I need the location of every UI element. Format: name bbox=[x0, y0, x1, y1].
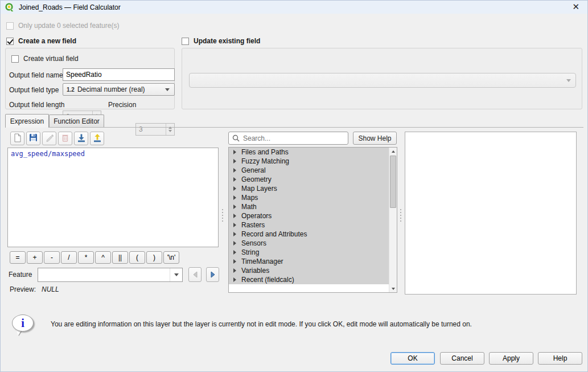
operator-button[interactable]: + bbox=[27, 251, 43, 264]
scroll-down-icon[interactable] bbox=[389, 285, 397, 292]
function-group-label: Recent (fieldcalc) bbox=[241, 276, 294, 284]
operator-button[interactable]: || bbox=[112, 251, 128, 264]
expression-text: avg_speed/maxspeed bbox=[11, 150, 215, 158]
function-group-row[interactable]: Rasters bbox=[229, 220, 389, 230]
window-title: Joined_Roads — Field Calculator bbox=[19, 3, 121, 11]
precision-label: Precision bbox=[108, 101, 136, 109]
apply-button[interactable]: Apply bbox=[489, 352, 533, 365]
checkbox-box[interactable] bbox=[6, 38, 14, 45]
operator-button[interactable]: = bbox=[10, 251, 26, 264]
qgis-logo-icon bbox=[5, 3, 14, 12]
checkbox-box[interactable] bbox=[182, 38, 189, 45]
create-new-field-checkbox[interactable]: Create a new field bbox=[6, 37, 76, 45]
expand-triangle-icon[interactable] bbox=[233, 168, 236, 173]
function-group-label: Math bbox=[241, 203, 257, 211]
create-virtual-field-label: Create virtual field bbox=[23, 55, 79, 63]
save-expression-button[interactable] bbox=[26, 132, 40, 145]
function-group-row[interactable]: Record and Attributes bbox=[229, 230, 389, 239]
import-expression-button[interactable] bbox=[74, 132, 88, 145]
info-bubble-icon: i bbox=[12, 314, 35, 333]
new-expression-button[interactable] bbox=[10, 132, 24, 145]
expand-triangle-icon[interactable] bbox=[233, 186, 236, 191]
function-list-scrollbar[interactable] bbox=[389, 148, 397, 292]
show-help-button[interactable]: Show Help bbox=[353, 132, 397, 145]
function-group-row[interactable]: General bbox=[229, 166, 389, 175]
expand-triangle-icon[interactable] bbox=[233, 250, 236, 255]
feature-input[interactable] bbox=[38, 268, 168, 281]
expand-triangle-icon[interactable] bbox=[233, 277, 236, 282]
tab-separator bbox=[5, 127, 583, 128]
operator-button[interactable]: - bbox=[44, 251, 60, 264]
function-group-row[interactable]: Files and Paths bbox=[229, 148, 389, 157]
function-group-row[interactable]: String bbox=[229, 248, 389, 257]
close-icon[interactable]: ✕ bbox=[572, 2, 579, 12]
chevron-down-icon[interactable] bbox=[170, 268, 182, 281]
function-group-row[interactable]: Recent (fieldcalc) bbox=[229, 275, 389, 284]
operator-button[interactable]: ) bbox=[146, 251, 162, 264]
trash-icon bbox=[61, 134, 69, 144]
ok-button[interactable]: OK bbox=[390, 352, 435, 365]
function-group-row[interactable]: TimeManager bbox=[229, 257, 389, 266]
checkbox-box[interactable] bbox=[11, 55, 19, 63]
expand-triangle-icon[interactable] bbox=[233, 177, 236, 182]
search-icon bbox=[232, 134, 240, 142]
help-button[interactable]: Help bbox=[538, 352, 582, 365]
expression-editor[interactable]: avg_speed/maxspeed bbox=[7, 148, 219, 247]
feature-label: Feature bbox=[9, 271, 32, 279]
expand-triangle-icon[interactable] bbox=[233, 223, 236, 227]
function-group-label: Rasters bbox=[241, 221, 265, 229]
export-expression-button[interactable] bbox=[90, 132, 104, 145]
function-search[interactable] bbox=[228, 132, 348, 145]
create-virtual-field-checkbox[interactable]: Create virtual field bbox=[11, 55, 79, 63]
update-existing-field-checkbox[interactable]: Update existing field bbox=[182, 37, 260, 45]
expand-triangle-icon[interactable] bbox=[233, 241, 236, 246]
operator-button[interactable]: ^ bbox=[95, 251, 111, 264]
scrollbar-thumb[interactable] bbox=[390, 156, 396, 208]
operator-button[interactable]: ( bbox=[129, 251, 145, 264]
function-group-row[interactable]: Math bbox=[229, 202, 389, 211]
function-group-row[interactable]: Fuzzy Matching bbox=[229, 157, 389, 166]
expand-triangle-icon[interactable] bbox=[233, 214, 236, 218]
splitter-handle[interactable] bbox=[400, 209, 402, 222]
tab-function-editor[interactable]: Function Editor bbox=[49, 115, 104, 127]
expand-triangle-icon[interactable] bbox=[233, 195, 236, 200]
save-icon bbox=[29, 133, 38, 144]
feature-dropdown[interactable] bbox=[38, 268, 183, 282]
cancel-button[interactable]: Cancel bbox=[440, 352, 484, 365]
field-calculator-dialog: Joined_Roads — Field Calculator ✕ Only u… bbox=[0, 0, 588, 372]
expand-triangle-icon[interactable] bbox=[233, 205, 236, 209]
chevron-down-icon bbox=[566, 79, 571, 82]
expand-triangle-icon[interactable] bbox=[233, 259, 236, 264]
expand-triangle-icon[interactable] bbox=[233, 159, 236, 163]
function-group-label: General bbox=[241, 166, 266, 174]
function-group-label: TimeManager bbox=[241, 257, 283, 265]
output-field-type-value: Decimal number (real) bbox=[77, 85, 145, 93]
operator-button[interactable]: '\n' bbox=[163, 251, 179, 264]
export-up-arrow-icon bbox=[93, 133, 102, 144]
next-feature-button[interactable] bbox=[206, 267, 219, 282]
operator-button[interactable]: * bbox=[78, 251, 94, 264]
expand-triangle-icon[interactable] bbox=[233, 150, 236, 154]
only-update-checkbox: Only update 0 selected feature(s) bbox=[6, 22, 119, 30]
function-help-panel bbox=[405, 132, 577, 295]
output-field-name-input[interactable] bbox=[63, 68, 175, 81]
expand-triangle-icon[interactable] bbox=[233, 268, 236, 273]
search-input[interactable] bbox=[243, 134, 344, 142]
function-group-row[interactable]: Map Layers bbox=[229, 184, 389, 193]
new-field-groupbox: Create virtual field Output field name O… bbox=[5, 48, 175, 109]
function-group-label: Fuzzy Matching bbox=[241, 157, 289, 165]
function-group-row[interactable]: Maps bbox=[229, 193, 389, 202]
function-group-row[interactable]: Geometry bbox=[229, 175, 389, 184]
function-group-row[interactable]: Sensors bbox=[229, 239, 389, 248]
function-group-row[interactable]: Variables bbox=[229, 266, 389, 275]
function-group-row[interactable]: Operators bbox=[229, 211, 389, 220]
tab-expression[interactable]: Expression bbox=[5, 114, 49, 128]
operator-button[interactable]: / bbox=[61, 251, 77, 264]
splitter-handle[interactable] bbox=[221, 209, 224, 222]
expand-triangle-icon[interactable] bbox=[233, 232, 236, 236]
scroll-up-icon[interactable] bbox=[389, 148, 397, 155]
checkbox-box bbox=[6, 22, 14, 30]
previous-feature-button bbox=[188, 267, 202, 282]
output-field-type-dropdown[interactable]: 1.2 Decimal number (real) bbox=[63, 83, 175, 96]
expression-toolbar bbox=[10, 132, 104, 145]
